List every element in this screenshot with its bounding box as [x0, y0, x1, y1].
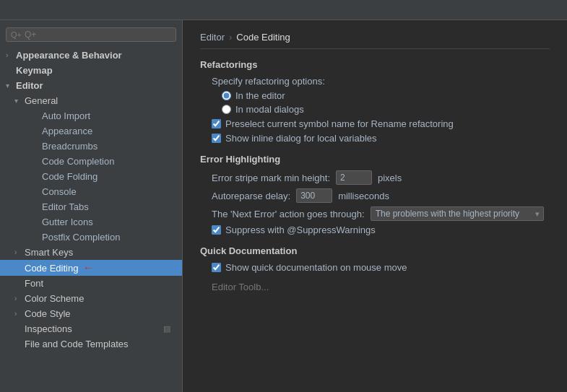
stripe-unit: pixels: [378, 173, 402, 183]
autoreparse-input[interactable]: [296, 188, 332, 203]
radio-in-modal-label: In modal dialogs: [235, 104, 304, 115]
checkbox-preselect[interactable]: [212, 119, 221, 129]
arrow-editor: ▾: [6, 82, 13, 90]
sidebar-item-appearance[interactable]: Appearance: [0, 123, 182, 139]
arrow-smart-keys: ›: [14, 248, 22, 256]
next-error-select-wrapper[interactable]: The problems with the highest priority A…: [371, 206, 544, 221]
section-quick-doc: Quick Documentation: [200, 245, 550, 256]
sidebar-item-postfix-completion[interactable]: Postfix Completion: [0, 230, 182, 245]
checkbox-show-quick-doc[interactable]: [212, 263, 221, 272]
autoreparse-row: Autoreparse delay: milliseconds: [212, 188, 550, 203]
breadcrumb-parent: Editor: [200, 32, 225, 43]
sidebar-label-code-folding: Code Folding: [42, 171, 98, 182]
checkbox-preselect-label: Preselect current symbol name for Rename…: [225, 118, 454, 129]
main-container: Q+ ›Appearance & BehaviorKeymap▾Editor▾G…: [0, 20, 567, 392]
sidebar-item-font[interactable]: Font: [0, 276, 182, 291]
search-icon: Q+: [11, 30, 22, 39]
checkbox-preselect-row[interactable]: Preselect current symbol name for Rename…: [212, 118, 550, 129]
radio-in-modal-input[interactable]: [222, 105, 231, 114]
sidebar-item-file-code-templates[interactable]: File and Code Templates: [0, 336, 182, 352]
sidebar-item-inspections[interactable]: Inspections▤: [0, 321, 182, 336]
sidebar-item-color-scheme[interactable]: ›Color Scheme: [0, 291, 182, 306]
search-input[interactable]: [25, 30, 171, 40]
breadcrumb: Editor › Code Editing: [200, 32, 550, 49]
next-error-label: The 'Next Error' action goes through:: [212, 209, 365, 219]
sidebar-label-color-scheme: Color Scheme: [25, 293, 84, 304]
autoreparse-label: Autoreparse delay:: [212, 191, 290, 201]
main-content: Editor › Code Editing Refactorings Speci…: [183, 20, 567, 392]
specify-label-row: Specify refactoring options:: [212, 76, 550, 87]
sidebar-item-editor[interactable]: ▾Editor: [0, 78, 182, 93]
sidebar-item-keymap[interactable]: Keymap: [0, 63, 182, 78]
arrow-color-scheme: ›: [14, 295, 22, 302]
sidebar-label-inspections: Inspections: [25, 323, 72, 334]
sidebar-item-auto-import[interactable]: Auto Import: [0, 108, 182, 123]
specify-label: Specify refactoring options:: [212, 76, 325, 87]
breadcrumb-current: Code Editing: [236, 32, 290, 43]
top-bar: [0, 0, 567, 20]
arrow-code-style: ›: [14, 310, 22, 318]
sidebar-item-code-style[interactable]: ›Code Style: [0, 306, 182, 321]
sidebar-label-console: Console: [42, 186, 77, 197]
suppress-label: Suppress with @SuppressWarnings: [225, 225, 376, 235]
sidebar-item-breadcrumbs[interactable]: Breadcrumbs: [0, 139, 182, 154]
arrow-general: ▾: [14, 97, 22, 105]
sidebar-label-gutter-icons: Gutter Icons: [42, 217, 93, 227]
sidebar-item-code-editing[interactable]: Code Editing←: [0, 260, 182, 276]
next-error-select[interactable]: The problems with the highest priority A…: [371, 206, 544, 221]
sidebar-label-code-completion: Code Completion: [42, 156, 114, 167]
sidebar-label-breadcrumbs: Breadcrumbs: [42, 141, 98, 152]
sidebar-label-general: General: [25, 95, 58, 106]
checkbox-suppress[interactable]: [212, 225, 221, 235]
radio-in-modal[interactable]: In modal dialogs: [222, 104, 550, 115]
autoreparse-unit: milliseconds: [338, 191, 389, 201]
sidebar-item-gutter-icons[interactable]: Gutter Icons: [0, 214, 182, 230]
stripe-label: Error stripe mark min height:: [212, 173, 330, 183]
radio-in-editor-label: In the editor: [235, 90, 285, 101]
breadcrumb-separator: ›: [229, 32, 232, 43]
sidebar-label-appearance-behavior: Appearance & Behavior: [16, 50, 122, 61]
show-quick-doc-row[interactable]: Show quick documentation on mouse move: [212, 262, 550, 273]
sidebar-tree: ›Appearance & BehaviorKeymap▾Editor▾Gene…: [0, 48, 182, 352]
sidebar: Q+ ›Appearance & BehaviorKeymap▾Editor▾G…: [0, 20, 183, 392]
sidebar-item-code-folding[interactable]: Code Folding: [0, 169, 182, 184]
stripe-row: Error stripe mark min height: pixels: [212, 170, 550, 185]
section-refactorings: Refactorings: [200, 59, 550, 70]
show-quick-doc-label: Show quick documentation on mouse move: [225, 262, 407, 273]
search-box[interactable]: Q+: [6, 27, 176, 42]
next-error-row: The 'Next Error' action goes through: Th…: [212, 206, 550, 221]
checkbox-show-inline[interactable]: [212, 134, 221, 143]
sidebar-label-font: Font: [25, 278, 43, 289]
sidebar-item-console[interactable]: Console: [0, 184, 182, 199]
sidebar-item-appearance-behavior[interactable]: ›Appearance & Behavior: [0, 48, 182, 63]
sidebar-item-editor-tabs[interactable]: Editor Tabs: [0, 199, 182, 214]
checkbox-show-inline-label: Show inline dialog for local variables: [225, 133, 377, 144]
radio-in-editor-input[interactable]: [222, 91, 231, 100]
arrow-appearance-behavior: ›: [6, 51, 13, 59]
sidebar-item-code-completion[interactable]: Code Completion: [0, 154, 182, 169]
sidebar-label-smart-keys: Smart Keys: [25, 247, 73, 258]
sidebar-label-appearance: Appearance: [42, 126, 92, 136]
sidebar-label-editor-tabs: Editor Tabs: [42, 201, 89, 212]
sidebar-label-file-code-templates: File and Code Templates: [25, 339, 129, 349]
sidebar-label-auto-import: Auto Import: [42, 110, 90, 121]
editor-toolbar-hint: Editor Toolb...: [200, 282, 550, 292]
red-arrow-indicator: ←: [82, 262, 94, 274]
sidebar-label-code-editing: Code Editing: [25, 263, 78, 274]
sidebar-label-code-style: Code Style: [25, 308, 71, 319]
sidebar-label-postfix-completion: Postfix Completion: [42, 232, 120, 243]
sidebar-label-editor: Editor: [16, 80, 43, 91]
stripe-input[interactable]: [336, 170, 372, 185]
radio-in-editor[interactable]: In the editor: [222, 90, 550, 101]
section-error-highlighting: Error Highlighting: [200, 154, 550, 165]
inspections-icon: ▤: [163, 324, 170, 334]
checkbox-show-inline-row[interactable]: Show inline dialog for local variables: [212, 133, 550, 144]
suppress-row[interactable]: Suppress with @SuppressWarnings: [212, 225, 550, 235]
sidebar-label-keymap: Keymap: [16, 65, 53, 76]
sidebar-item-smart-keys[interactable]: ›Smart Keys: [0, 245, 182, 260]
sidebar-item-general[interactable]: ▾General: [0, 93, 182, 108]
